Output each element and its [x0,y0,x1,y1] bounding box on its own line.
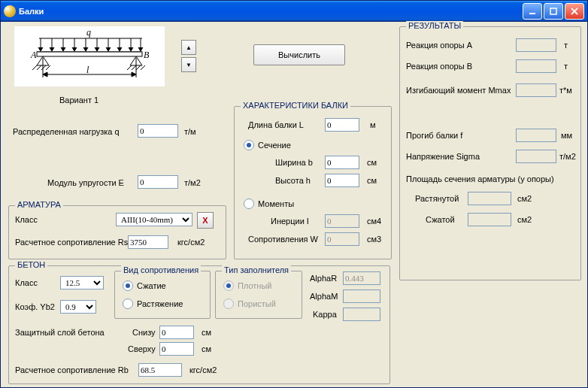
rebar-rs-input[interactable] [128,235,168,249]
svg-rect-0 [529,13,535,14]
deflection-unit: мм [561,131,572,140]
mmax-unit: т*м [559,86,572,95]
rebar-delete-button[interactable]: X [197,212,214,229]
filler-subgroup: Тип заполнителя Плотный Пористый [215,271,302,319]
rebar-rs-label: Расчетное сопротивление Rs [15,238,128,247]
reaction-a-output [516,38,556,52]
beam-inertia-label: Инерции I [271,217,309,226]
concrete-rb-label: Расчетное сопротивление Rb [15,365,129,374]
load-q-input[interactable] [138,124,178,138]
beam-len-input[interactable] [325,118,359,132]
minimize-button[interactable] [523,3,542,20]
window-title: Балки [19,7,521,16]
cover-bottom-unit: см [202,328,211,337]
resist-tension-radio[interactable]: Растяжение [123,299,183,309]
modulus-e-label: Модуль упругости E [47,178,124,187]
beam-len-label: Длина балки L [248,120,304,129]
alphar-label: AlphaR [310,274,337,283]
close-button[interactable] [565,3,584,20]
deflection-label: Прогиб балки f [406,131,462,140]
area-compress-unit: см2 [517,215,532,224]
cover-label: Защитный слой бетона [15,328,105,337]
svg-line-16 [37,65,41,70]
beam-height-unit: см [367,176,377,185]
alphar-output [343,271,380,285]
rebar-class-select[interactable]: AIII(10-40mm) [116,213,192,226]
moments-radio[interactable]: Моменты [244,199,294,209]
svg-line-19 [127,65,132,70]
alpham-label: AlphaM [310,292,338,301]
cover-bottom-label: Снизу [132,328,156,337]
cover-top-unit: см [202,344,211,353]
reaction-b-output [516,59,556,73]
maximize-button[interactable] [544,3,563,20]
beam-modulus-input [325,232,359,246]
cover-bottom-input[interactable] [159,326,194,339]
beam-len-unit: м [370,120,376,129]
diagram-b-label: B [144,50,150,60]
load-q-unit: т/м [184,127,196,136]
modulus-e-unit: т/м2 [184,178,201,187]
beam-inertia-input [325,214,359,228]
kappa-label: Kappa [313,310,337,319]
concrete-group: БЕТОН Класс 12.5 Коэф. Yb2 0.9 Вид сопро… [8,265,390,384]
diagram-q-label: q [86,27,91,38]
area-tension-output [468,192,511,205]
area-tension-unit: см2 [517,194,532,203]
sigma-output [516,150,556,163]
concrete-rb-input[interactable] [138,363,182,377]
cover-top-label: Сверху [128,344,156,353]
beam-height-input[interactable] [325,174,359,187]
variant-label: Вариант 1 [59,95,99,105]
beam-height-label: Высота h [275,176,311,185]
main-window: Балки q [0,0,588,388]
area-compress-label: Сжатой [426,215,455,224]
svg-line-22 [141,65,145,70]
sigma-unit: т/м2 [559,152,576,161]
mmax-output [516,83,556,97]
rebar-class-label: Класс [15,215,38,224]
beam-caption: ХАРАКТЕРИСТИКИ БАЛКИ [241,101,350,110]
variant-spinner: ▲ ▼ [181,40,196,74]
sigma-label: Напряжение Sigma [406,152,480,161]
diagram-a-label: A [30,50,37,60]
beam-modulus-unit: см3 [367,235,381,244]
area-compress-output [468,213,511,226]
reaction-b-unit: т [564,62,568,71]
cover-top-input[interactable] [159,342,194,356]
alpham-output [343,289,380,303]
app-icon [4,5,16,17]
filler-porous-radio: Пористый [223,299,276,309]
modulus-e-input[interactable] [138,175,178,189]
concrete-yb2-select[interactable]: 0.9 [60,300,96,314]
reaction-a-unit: т [564,41,568,50]
svg-line-18 [46,65,50,70]
area-tension-label: Растянутой [415,194,459,203]
results-group: РЕЗУЛЬТАТЫ Реакция опоры A т Реакция опо… [399,26,581,280]
deflection-output [516,129,556,142]
beam-width-unit: см [367,158,377,167]
rebar-rs-unit: кгс/см2 [177,238,205,247]
svg-line-15 [32,65,37,70]
calculate-button[interactable]: Вычислить [253,44,345,65]
beam-modulus-label: Сопротивления W [248,235,318,244]
concrete-class-select[interactable]: 12.5 [60,276,104,289]
rebar-group: АРМАТУРА Класс AIII(10-40mm) X Расчетное… [8,205,226,259]
resist-compression-radio[interactable]: Сжатие [123,280,166,291]
svg-rect-1 [550,8,556,14]
beam-inertia-unit: см4 [367,217,381,226]
calculate-button-label: Вычислить [278,50,320,59]
svg-rect-14 [37,52,142,56]
resist-subgroup: Вид сопротивления Сжатие Растяжение [114,271,211,319]
section-radio[interactable]: Сечение [244,140,291,150]
spinner-down-button[interactable]: ▼ [181,57,196,72]
beam-group: ХАРАКТЕРИСТИКИ БАЛКИ Длина балки L м Сеч… [234,106,392,259]
diagram-l-label: l [86,65,89,75]
filler-caption: Тип заполнителя [222,265,291,274]
svg-line-21 [136,65,141,70]
beam-width-input[interactable] [325,156,359,169]
resist-caption: Вид сопротивления [121,265,201,274]
titlebar: Балки [1,1,587,22]
spinner-up-button[interactable]: ▲ [181,40,196,55]
rebar-caption: АРМАТУРА [15,200,63,209]
